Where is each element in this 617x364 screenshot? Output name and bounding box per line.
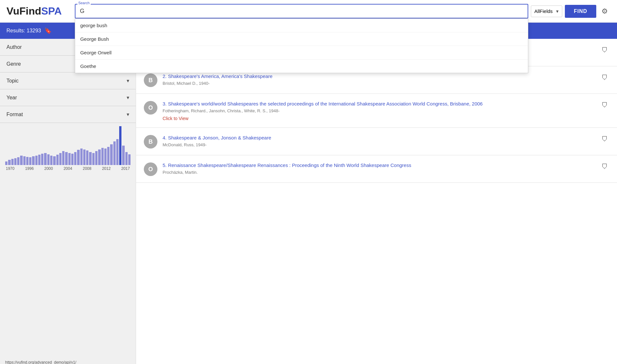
facet-title-genre: Genre	[6, 61, 21, 67]
bookmark-icon: ⛉	[601, 102, 608, 109]
field-chevron-icon: ▾	[556, 8, 559, 14]
chart-label: 2008	[83, 166, 92, 171]
chart-bar[interactable]	[29, 157, 31, 165]
chart-bar[interactable]	[47, 154, 50, 165]
facet-topic: Topic ▾	[0, 72, 136, 89]
chart-area: 1970199620002004200820122017	[0, 123, 136, 358]
chart-bar[interactable]	[5, 161, 7, 165]
search-area: Search george bushGeorge BushGeorge Orwe…	[75, 4, 611, 18]
chart-bar[interactable]	[77, 150, 79, 165]
facet-chevron-format-icon: ▾	[127, 111, 129, 117]
result-avatar: B	[144, 73, 157, 87]
chart-bar[interactable]	[11, 159, 14, 165]
chart-bar[interactable]	[95, 151, 97, 165]
result-item: O 5. Renaissance Shakespeare/Shakespeare…	[136, 155, 617, 183]
chart-bar[interactable]	[83, 149, 86, 165]
result-title[interactable]: 3. Shakespeare's world/world Shakespeare…	[163, 101, 483, 106]
result-author: Fotheringham, Richard., Jansohn, Christa…	[163, 108, 595, 113]
header: VuFindSPA Search george bushGeorge BushG…	[0, 0, 617, 23]
chart-bar[interactable]	[23, 156, 26, 165]
bookmark-button[interactable]: ⛉	[600, 134, 609, 144]
search-input[interactable]	[75, 4, 528, 18]
chart-bar[interactable]	[68, 153, 71, 165]
search-label: Search	[77, 1, 91, 5]
chart-bar[interactable]	[14, 158, 17, 165]
facet-chevron-topic-icon: ▾	[127, 78, 129, 84]
autocomplete-item[interactable]: Goethe	[75, 60, 528, 73]
result-item: O 3. Shakespeare's world/world Shakespea…	[136, 94, 617, 128]
chart-bar[interactable]	[71, 154, 74, 165]
chart-bar[interactable]	[104, 149, 107, 165]
facet-header-year[interactable]: Year ▾	[0, 89, 136, 106]
chart-bar[interactable]	[128, 154, 131, 165]
chart-bar[interactable]	[86, 150, 88, 165]
result-title[interactable]: 2. Shakespeare's America, America's Shak…	[163, 73, 272, 79]
main-layout: Author ▾ Genre ▾ Topic ▾ Year ▾ Format ▾…	[0, 39, 617, 364]
chart-bar[interactable]	[107, 147, 109, 165]
autocomplete-item[interactable]: George Bush	[75, 32, 528, 46]
chart-bar[interactable]	[59, 153, 62, 165]
chart-bar[interactable]	[101, 148, 104, 165]
bookmark-saved-icon[interactable]: 🔖	[44, 27, 51, 34]
bookmark-icon: ⛉	[601, 74, 608, 81]
chart-bar[interactable]	[8, 160, 10, 165]
bookmark-button[interactable]: ⛉	[600, 100, 609, 110]
click-to-view-link[interactable]: Click to View	[163, 116, 189, 121]
bookmark-button[interactable]: ⛉	[600, 45, 609, 55]
chart-bar[interactable]	[116, 139, 119, 165]
field-select-wrapper[interactable]: AllFieldsTitleAuthorSubjectISBN ▾	[531, 6, 562, 17]
autocomplete-item[interactable]: george bush	[75, 19, 528, 32]
chart-label: 2012	[102, 166, 111, 171]
chart-bar[interactable]	[80, 149, 83, 165]
find-button[interactable]: FIND	[565, 5, 596, 18]
chart-bar[interactable]	[122, 146, 124, 165]
results-count: Results: 13293	[6, 28, 41, 34]
bookmark-button[interactable]: ⛉	[600, 73, 609, 83]
api-url: https://vufind.org/advanced_demo/api/v1/	[0, 358, 136, 364]
chart-bar[interactable]	[44, 153, 46, 165]
chart-bar[interactable]	[89, 152, 91, 165]
chart-bar[interactable]	[92, 153, 95, 165]
chart-label: 1996	[25, 166, 34, 171]
result-avatar: O	[144, 101, 157, 115]
facet-year: Year ▾	[0, 89, 136, 106]
chart-bar[interactable]	[65, 152, 67, 165]
facet-header-format[interactable]: Format ▾	[0, 106, 136, 123]
chart-bar[interactable]	[17, 157, 19, 165]
chart-bar[interactable]	[53, 156, 55, 165]
logo-spa: SPA	[41, 5, 62, 17]
chart-bar[interactable]	[35, 156, 38, 165]
result-title[interactable]: 5. Renaissance Shakespeare/Shakespeare R…	[163, 162, 411, 168]
bookmark-icon: ⛉	[601, 47, 608, 54]
chart-bar[interactable]	[41, 154, 43, 165]
field-select[interactable]: AllFieldsTitleAuthorSubjectISBN	[534, 8, 554, 14]
facet-format: Format ▾	[0, 106, 136, 123]
chart-bar[interactable]	[38, 155, 40, 165]
chart-bar[interactable]	[26, 157, 29, 165]
result-title[interactable]: 4. Shakespeare & Jonson, Jonson & Shakes…	[163, 135, 271, 140]
search-autocomplete-dropdown: george bushGeorge BushGeorge OrwellGoeth…	[75, 18, 528, 73]
facet-header-topic[interactable]: Topic ▾	[0, 72, 136, 89]
chart-bar[interactable]	[50, 156, 52, 165]
facet-title-topic: Topic	[6, 78, 18, 84]
autocomplete-item[interactable]: George Orwell	[75, 46, 528, 60]
chart-bar[interactable]	[113, 141, 116, 165]
chart-bar[interactable]	[62, 151, 64, 165]
result-avatar: B	[144, 135, 157, 149]
chart-bar[interactable]	[125, 152, 128, 165]
search-box-wrapper: Search george bushGeorge BushGeorge Orwe…	[75, 4, 528, 18]
result-body: 5. Renaissance Shakespeare/Shakespeare R…	[163, 162, 595, 175]
result-item: B 4. Shakespeare & Jonson, Jonson & Shak…	[136, 128, 617, 155]
chart-bar[interactable]	[20, 156, 22, 165]
chart-bar[interactable]	[56, 155, 59, 165]
chart-bar[interactable]	[119, 126, 121, 165]
chart-bar[interactable]	[110, 144, 112, 165]
chart-bar[interactable]	[74, 152, 76, 165]
bookmark-button[interactable]: ⛉	[600, 162, 609, 172]
content-area: B ⛉ B 2. Shakespeare's America, America'…	[136, 39, 617, 364]
settings-button[interactable]: ⚙	[599, 6, 611, 17]
chart-bar[interactable]	[32, 156, 34, 165]
chart-bar[interactable]	[98, 149, 100, 165]
sidebar: Author ▾ Genre ▾ Topic ▾ Year ▾ Format ▾…	[0, 39, 136, 364]
gear-icon: ⚙	[601, 7, 608, 15]
